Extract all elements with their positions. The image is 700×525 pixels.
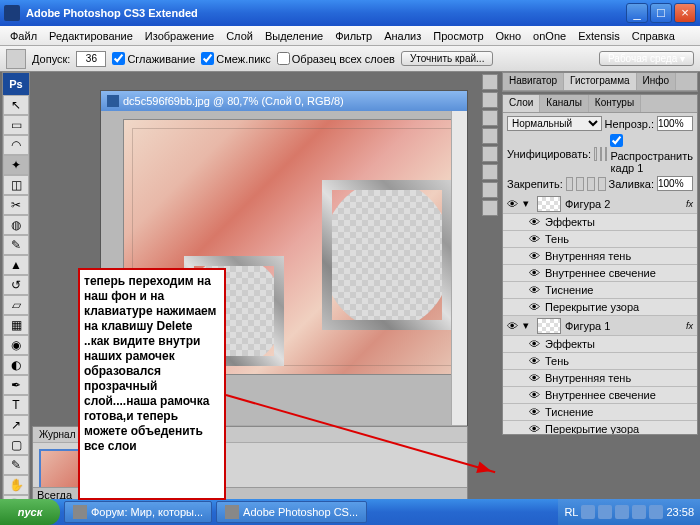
marquee-tool[interactable]: ▭ bbox=[3, 115, 29, 135]
panel-icon[interactable] bbox=[482, 146, 498, 162]
tray-icon[interactable] bbox=[581, 505, 595, 519]
unify-label: Унифицировать: bbox=[507, 148, 591, 160]
panel-icon[interactable] bbox=[482, 182, 498, 198]
unify-icon[interactable] bbox=[600, 147, 602, 161]
alllayers-check[interactable]: Образец всех слоев bbox=[277, 52, 395, 65]
task-forum[interactable]: Форум: Мир, которы... bbox=[64, 501, 212, 523]
tab-info[interactable]: Инфо bbox=[637, 73, 677, 90]
panel-icon[interactable] bbox=[482, 164, 498, 180]
tray-icon[interactable] bbox=[649, 505, 663, 519]
antialias-check[interactable]: Сглаживание bbox=[112, 52, 195, 65]
menu-analysis[interactable]: Анализ bbox=[378, 28, 427, 44]
tab-navigator[interactable]: Навигатор bbox=[503, 73, 564, 90]
tab-channels[interactable]: Каналы bbox=[540, 95, 589, 112]
opacity-input[interactable] bbox=[657, 116, 693, 131]
lock-icon[interactable] bbox=[576, 177, 584, 191]
menu-edit[interactable]: Редактирование bbox=[43, 28, 139, 44]
fx-item[interactable]: 👁Тиснение bbox=[503, 404, 697, 421]
tab-paths[interactable]: Контуры bbox=[589, 95, 641, 112]
tab-layers[interactable]: Слои bbox=[503, 95, 540, 112]
menu-onone[interactable]: onOne bbox=[527, 28, 572, 44]
history-brush-tool[interactable]: ↺ bbox=[3, 275, 29, 295]
visibility-icon[interactable]: 👁 bbox=[505, 198, 519, 210]
lock-icon[interactable] bbox=[587, 177, 595, 191]
layer-figura2[interactable]: 👁▾Фигура 2fx bbox=[503, 194, 697, 214]
fx-header[interactable]: 👁Эффекты bbox=[503, 214, 697, 231]
contiguous-check[interactable]: Смеж.пикс bbox=[201, 52, 270, 65]
fx-item[interactable]: 👁Тень bbox=[503, 231, 697, 248]
panel-icon[interactable] bbox=[482, 200, 498, 216]
fx-header[interactable]: 👁Эффекты bbox=[503, 336, 697, 353]
toolbox: Ps ↖ ▭ ◠ ✦ ◫ ✂ ◍ ✎ ▲ ↺ ▱ ▦ ◉ ◐ ✒ T ↗ ▢ ✎… bbox=[2, 72, 30, 525]
unify-icon[interactable] bbox=[605, 147, 607, 161]
gradient-tool[interactable]: ▦ bbox=[3, 315, 29, 335]
panel-icon[interactable] bbox=[482, 74, 498, 90]
maximize-button[interactable]: □ bbox=[650, 3, 672, 23]
fx-item[interactable]: 👁Тиснение bbox=[503, 282, 697, 299]
wand-tool[interactable]: ✦ bbox=[3, 155, 29, 175]
lang-indicator[interactable]: RL bbox=[564, 506, 578, 518]
tolerance-input[interactable] bbox=[76, 51, 106, 67]
layer-figura1[interactable]: 👁▾Фигура 1fx bbox=[503, 316, 697, 336]
menu-image[interactable]: Изображение bbox=[139, 28, 220, 44]
stamp-tool[interactable]: ▲ bbox=[3, 255, 29, 275]
fx-item[interactable]: 👁Внутренняя тень bbox=[503, 370, 697, 387]
workspace-button[interactable]: Рабочая среда ▾ bbox=[599, 51, 694, 66]
frame-thumb[interactable] bbox=[39, 449, 83, 489]
move-tool[interactable]: ↖ bbox=[3, 95, 29, 115]
menu-help[interactable]: Справка bbox=[626, 28, 681, 44]
unify-icon[interactable] bbox=[594, 147, 596, 161]
menu-select[interactable]: Выделение bbox=[259, 28, 329, 44]
lock-icon[interactable] bbox=[566, 177, 574, 191]
minimize-button[interactable]: _ bbox=[626, 3, 648, 23]
blend-mode-select[interactable]: Нормальный bbox=[507, 116, 602, 131]
brush-tool[interactable]: ✎ bbox=[3, 235, 29, 255]
lock-label: Закрепить: bbox=[507, 178, 563, 190]
annotation-note: теперь переходим на наш фон и на клавиат… bbox=[78, 268, 226, 500]
lasso-tool[interactable]: ◠ bbox=[3, 135, 29, 155]
hand-tool[interactable]: ✋ bbox=[3, 475, 29, 495]
menu-window[interactable]: Окно bbox=[490, 28, 528, 44]
workspace: Ps ↖ ▭ ◠ ✦ ◫ ✂ ◍ ✎ ▲ ↺ ▱ ▦ ◉ ◐ ✒ T ↗ ▢ ✎… bbox=[0, 72, 700, 499]
close-button[interactable]: × bbox=[674, 3, 696, 23]
type-tool[interactable]: T bbox=[3, 395, 29, 415]
task-photoshop[interactable]: Adobe Photoshop CS... bbox=[216, 501, 367, 523]
tray-icon[interactable] bbox=[615, 505, 629, 519]
pen-tool[interactable]: ✒ bbox=[3, 375, 29, 395]
menu-view[interactable]: Просмотр bbox=[427, 28, 489, 44]
eyedropper-tool[interactable]: ✎ bbox=[3, 455, 29, 475]
heal-tool[interactable]: ◍ bbox=[3, 215, 29, 235]
path-tool[interactable]: ↗ bbox=[3, 415, 29, 435]
opacity-label: Непрозр.: bbox=[605, 118, 654, 130]
propagate-check[interactable]: Распространить кадр 1 bbox=[610, 133, 693, 174]
refine-edge-button[interactable]: Уточнить край... bbox=[401, 51, 493, 66]
panel-icon[interactable] bbox=[482, 110, 498, 126]
tray-icon[interactable] bbox=[598, 505, 612, 519]
start-button[interactable]: пуск bbox=[0, 499, 60, 525]
eraser-tool[interactable]: ▱ bbox=[3, 295, 29, 315]
menu-filter[interactable]: Фильтр bbox=[329, 28, 378, 44]
fill-input[interactable] bbox=[657, 176, 693, 191]
slice-tool[interactable]: ✂ bbox=[3, 195, 29, 215]
clock[interactable]: 23:58 bbox=[666, 506, 694, 518]
scroll-vertical[interactable] bbox=[451, 111, 467, 425]
fx-item[interactable]: 👁Перекрытие узора bbox=[503, 299, 697, 316]
blur-tool[interactable]: ◉ bbox=[3, 335, 29, 355]
menu-layer[interactable]: Слой bbox=[220, 28, 259, 44]
fx-item[interactable]: 👁Внутренняя тень bbox=[503, 248, 697, 265]
menu-file[interactable]: Файл bbox=[4, 28, 43, 44]
crop-tool[interactable]: ◫ bbox=[3, 175, 29, 195]
panel-icon[interactable] bbox=[482, 128, 498, 144]
lock-icon[interactable] bbox=[598, 177, 606, 191]
dodge-tool[interactable]: ◐ bbox=[3, 355, 29, 375]
menu-extensis[interactable]: Extensis bbox=[572, 28, 626, 44]
tab-histogram[interactable]: Гистограмма bbox=[564, 73, 637, 90]
fx-item[interactable]: 👁Внутреннее свечение bbox=[503, 387, 697, 404]
fx-item[interactable]: 👁Перекрытие узора bbox=[503, 421, 697, 434]
shape-tool[interactable]: ▢ bbox=[3, 435, 29, 455]
panel-icon[interactable] bbox=[482, 92, 498, 108]
fx-item[interactable]: 👁Внутреннее свечение bbox=[503, 265, 697, 282]
tray-icon[interactable] bbox=[632, 505, 646, 519]
document-titlebar[interactable]: dc5c596f69bb.jpg @ 80,7% (Слой 0, RGB/8) bbox=[101, 91, 467, 111]
fx-item[interactable]: 👁Тень bbox=[503, 353, 697, 370]
